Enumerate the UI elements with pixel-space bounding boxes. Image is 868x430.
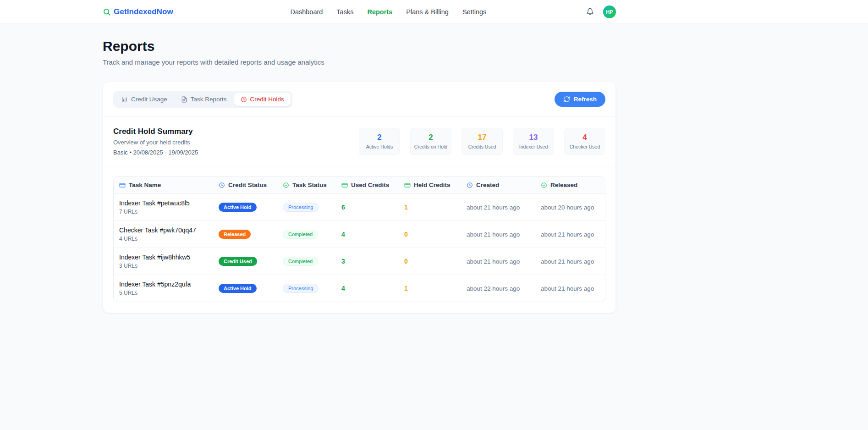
table-row: Indexer Task #petwuc8l5 7 URLs Active Ho… — [114, 194, 605, 221]
used-credits-value: 3 — [336, 248, 399, 275]
task-name: Indexer Task #5pnz2qufa — [119, 281, 208, 288]
summary-title: Credit Hold Summary — [113, 127, 198, 136]
task-name: Checker Task #pwk70qq47 — [119, 226, 208, 234]
check-circle-icon — [541, 182, 547, 188]
tab-label: Task Reports — [191, 96, 227, 103]
credit-card-icon — [341, 182, 348, 188]
task-status-badge: Completed — [283, 257, 318, 266]
nav-item-plans-billing[interactable]: Plans & Billing — [406, 8, 449, 16]
stat-active-holds: 2 Active Holds — [359, 128, 400, 155]
held-credits-value: 1 — [399, 275, 461, 302]
nav-item-tasks[interactable]: Tasks — [336, 8, 353, 16]
held-credits-value: 0 — [399, 248, 461, 275]
tab-credit-usage[interactable]: Credit Usage — [115, 93, 174, 106]
notifications-button[interactable] — [585, 7, 595, 17]
brand-name: GetIndexedNow — [114, 7, 173, 17]
page-subtitle: Track and manage your reports with detai… — [103, 58, 616, 66]
held-credits-value: 1 — [399, 194, 461, 221]
stat-label: Credits Used — [464, 144, 500, 149]
col-header-held-credits: Held Credits — [399, 176, 461, 194]
table-row: Indexer Task #5pnz2qufa 5 URLs Active Ho… — [114, 275, 605, 302]
file-icon — [181, 96, 187, 103]
refresh-button-label: Refresh — [574, 96, 597, 103]
stat-indexer-used: 13 Indexer Used — [513, 128, 554, 155]
nav-item-dashboard[interactable]: Dashboard — [290, 8, 323, 16]
check-circle-icon — [283, 182, 289, 188]
col-header-used-credits: Used Credits — [336, 176, 399, 194]
stat-credits-used: 17 Credits Used — [461, 128, 503, 155]
task-url-count: 5 URLs — [119, 290, 208, 296]
summary-stats: 2 Active Holds 2 Credits on Hold 17 Cred… — [359, 128, 605, 155]
credit-hold-summary: Credit Hold Summary Overview of your hel… — [103, 116, 615, 166]
credit-status-badge: Active Hold — [219, 203, 257, 212]
stat-value: 13 — [515, 133, 552, 142]
nav-item-settings[interactable]: Settings — [462, 8, 486, 16]
used-credits-value: 4 — [336, 275, 399, 302]
top-navbar: GetIndexedNow Dashboard Tasks Reports Pl… — [0, 0, 868, 23]
summary-plan-period: Basic • 20/08/2025 - 19/09/2025 — [113, 149, 198, 156]
avatar[interactable]: HP — [603, 6, 616, 18]
task-url-count: 3 URLs — [119, 263, 208, 269]
task-url-count: 4 URLs — [119, 236, 208, 242]
created-time: about 21 hours ago — [461, 221, 535, 248]
table-row: Indexer Task #ijw8hhkw5 3 URLs Credit Us… — [114, 248, 605, 275]
report-tabs: Credit Usage Task Reports Credit Holds — [113, 91, 292, 108]
main-content: Reports Track and manage your reports wi… — [103, 23, 616, 313]
stat-label: Credits on Hold — [412, 144, 449, 149]
tab-task-reports[interactable]: Task Reports — [175, 93, 233, 106]
col-header-task-name: Task Name — [114, 176, 213, 194]
stat-credits-on-hold: 2 Credits on Hold — [410, 128, 451, 155]
stat-checker-used: 4 Checker Used — [564, 128, 605, 155]
nav-item-reports[interactable]: Reports — [367, 8, 392, 16]
table-row: Checker Task #pwk70qq47 4 URLs Released … — [114, 221, 605, 248]
task-status-badge: Completed — [283, 230, 318, 239]
col-header-task-status: Task Status — [277, 176, 336, 194]
search-icon — [103, 8, 111, 16]
credit-card-icon — [404, 182, 411, 188]
credit-card-icon — [119, 182, 126, 188]
tab-label: Credit Holds — [250, 96, 284, 103]
credit-status-badge: Released — [219, 230, 251, 239]
stat-value: 4 — [566, 133, 603, 142]
page-title: Reports — [103, 39, 616, 54]
released-time: about 20 hours ago — [535, 194, 605, 221]
task-name: Indexer Task #ijw8hhkw5 — [119, 254, 208, 261]
clock-icon — [219, 182, 225, 188]
task-status-badge: Processing — [283, 203, 319, 212]
stat-value: 17 — [464, 133, 500, 142]
released-time: about 21 hours ago — [535, 248, 605, 275]
col-header-created: Created — [461, 176, 535, 194]
released-time: about 21 hours ago — [535, 275, 605, 302]
task-url-count: 7 URLs — [119, 209, 208, 215]
created-time: about 22 hours ago — [461, 275, 535, 302]
stat-value: 2 — [412, 133, 449, 142]
credit-holds-table-section: Task Name Credit Status Task Status Used… — [103, 166, 615, 313]
used-credits-value: 4 — [336, 221, 399, 248]
main-nav: Dashboard Tasks Reports Plans & Billing … — [192, 8, 585, 16]
reports-card: Credit Usage Task Reports Credit Holds R… — [103, 82, 616, 313]
credit-status-badge: Active Hold — [219, 284, 257, 293]
bar-chart-icon — [121, 96, 128, 103]
stat-label: Indexer Used — [515, 144, 552, 149]
brand-logo[interactable]: GetIndexedNow — [103, 7, 173, 17]
tab-label: Credit Usage — [131, 96, 167, 103]
refresh-button[interactable]: Refresh — [555, 92, 605, 107]
clock-icon — [467, 182, 473, 188]
held-credits-value: 0 — [399, 221, 461, 248]
refresh-icon — [563, 96, 570, 103]
created-time: about 21 hours ago — [461, 194, 535, 221]
clock-icon — [241, 96, 247, 103]
task-name: Indexer Task #petwuc8l5 — [119, 199, 208, 207]
summary-subtitle: Overview of your held credits — [113, 139, 198, 146]
used-credits-value: 6 — [336, 194, 399, 221]
credit-holds-table: Task Name Credit Status Task Status Used… — [114, 176, 605, 302]
table-header-row: Task Name Credit Status Task Status Used… — [114, 176, 605, 194]
col-header-released: Released — [535, 176, 605, 194]
task-status-badge: Processing — [283, 284, 319, 293]
tab-credit-holds[interactable]: Credit Holds — [234, 93, 291, 106]
stat-value: 2 — [361, 133, 398, 142]
stat-label: Checker Used — [566, 144, 603, 149]
released-time: about 21 hours ago — [535, 221, 605, 248]
created-time: about 21 hours ago — [461, 248, 535, 275]
navbar-right: HP — [585, 6, 616, 18]
